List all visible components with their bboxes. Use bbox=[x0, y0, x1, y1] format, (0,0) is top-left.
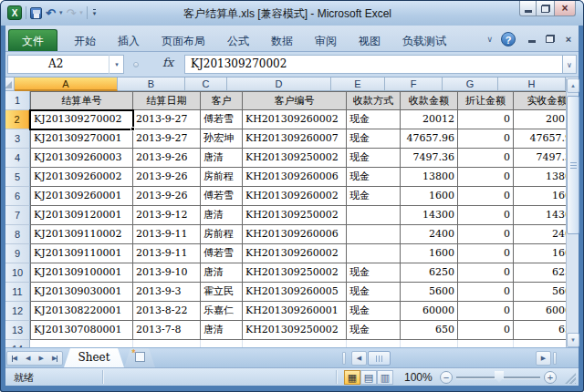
scroll-right-icon[interactable]: ▶ bbox=[536, 351, 551, 366]
cell-G11[interactable]: 0 bbox=[458, 283, 514, 302]
help-icon[interactable]: ? bbox=[501, 32, 516, 46]
cell-H8[interactable]: 2400 bbox=[514, 225, 566, 244]
cell-B14[interactable] bbox=[133, 340, 201, 347]
cell-D8[interactable]: KH201309260006 bbox=[243, 225, 347, 244]
cell-C9[interactable]: 傅若雪 bbox=[201, 244, 243, 263]
insert-function-icon[interactable]: fx bbox=[162, 56, 173, 69]
cell-D14[interactable] bbox=[243, 340, 347, 347]
cell-C14[interactable] bbox=[201, 340, 243, 347]
normal-view-icon[interactable]: ▦ bbox=[344, 370, 360, 385]
cell-B5[interactable]: 2013-9-26 bbox=[133, 168, 201, 187]
tab-page-layout[interactable]: 页面布局 bbox=[151, 31, 216, 51]
cell-G1[interactable]: 折让金额 bbox=[458, 91, 514, 110]
fill-handle[interactable] bbox=[130, 127, 135, 131]
sheet-tab[interactable]: Sheet bbox=[64, 348, 124, 367]
scroll-left-icon[interactable]: ◀ bbox=[351, 351, 367, 366]
cell-D5[interactable]: KH201309260006 bbox=[243, 168, 347, 187]
cell-H9[interactable]: 1600 bbox=[514, 244, 566, 263]
cell-B13[interactable]: 2013-7-8 bbox=[133, 321, 201, 340]
cell-E8[interactable] bbox=[347, 225, 401, 244]
horizontal-scrollbar-thumb[interactable] bbox=[368, 351, 391, 366]
row-header-7[interactable]: 7 bbox=[5, 206, 30, 225]
row-header-3[interactable]: 3 bbox=[5, 129, 30, 149]
cell-E4[interactable]: 现金 bbox=[347, 149, 401, 168]
cell-E11[interactable]: 现金 bbox=[347, 283, 401, 302]
cell-G13[interactable]: 0 bbox=[458, 321, 514, 340]
last-sheet-icon[interactable]: ▶ bbox=[52, 355, 57, 362]
scroll-up-icon[interactable]: ▲ bbox=[567, 78, 579, 93]
cell-D11[interactable]: KH201309260005 bbox=[243, 283, 347, 302]
cell-H13[interactable]: 650 bbox=[514, 321, 566, 340]
tab-data[interactable]: 数据 bbox=[260, 31, 304, 51]
cell-B4[interactable]: 2013-9-26 bbox=[133, 149, 201, 168]
row-header-1[interactable]: 1 bbox=[5, 91, 30, 110]
cell-F14[interactable] bbox=[401, 340, 458, 347]
cell-B10[interactable]: 2013-9-10 bbox=[133, 263, 201, 283]
zoom-slider-thumb[interactable] bbox=[495, 371, 504, 383]
row-header-11[interactable]: 11 bbox=[5, 283, 30, 302]
workbook-close-button[interactable]: × bbox=[562, 33, 575, 46]
cell-G7[interactable]: 0 bbox=[458, 206, 514, 225]
cell-F2[interactable]: 20012 bbox=[401, 110, 458, 129]
cell-A5[interactable]: KJ201309260002 bbox=[30, 168, 133, 187]
cell-H11[interactable]: 5600 bbox=[514, 283, 566, 302]
cell-H6[interactable]: 1600 bbox=[514, 187, 566, 206]
zoom-in-icon[interactable]: + bbox=[544, 371, 557, 384]
restore-button[interactable] bbox=[537, 1, 554, 16]
cell-A7[interactable]: KJ201309120001 bbox=[30, 206, 133, 225]
collapse-ribbon-icon[interactable]: ∨ bbox=[486, 35, 493, 44]
name-box[interactable]: A2 bbox=[7, 55, 124, 74]
cell-A4[interactable]: KJ201309260003 bbox=[30, 149, 133, 168]
vertical-scrollbar[interactable]: ▲ ▼ bbox=[566, 78, 579, 347]
cell-E10[interactable]: 现金 bbox=[347, 263, 401, 283]
cell-D12[interactable]: KH201309260001 bbox=[243, 302, 347, 321]
row-header-9[interactable]: 9 bbox=[5, 244, 30, 263]
zoom-level[interactable]: 100% bbox=[404, 371, 433, 384]
column-header-H[interactable]: H bbox=[498, 77, 566, 91]
row-header-14[interactable]: 14 bbox=[5, 340, 30, 347]
workbook-restore-button[interactable] bbox=[544, 33, 557, 46]
cell-A8[interactable]: KJ201309110002 bbox=[30, 225, 133, 244]
scrollbar-split-handle[interactable] bbox=[553, 352, 557, 365]
cell-D7[interactable]: KH201309250002 bbox=[243, 206, 347, 225]
column-header-D[interactable]: D bbox=[227, 77, 331, 91]
cell-C7[interactable]: 唐清 bbox=[201, 206, 243, 225]
cell-A14[interactable] bbox=[30, 340, 133, 347]
cell-B2[interactable]: 2013-9-27 bbox=[133, 110, 201, 129]
cell-A9[interactable]: KJ201309110001 bbox=[30, 244, 133, 263]
insert-worksheet-tab[interactable]: * bbox=[124, 348, 155, 367]
cell-F4[interactable]: 7497.36 bbox=[401, 149, 458, 168]
cell-F5[interactable]: 13800 bbox=[401, 168, 458, 187]
cell-H10[interactable]: 6250 bbox=[514, 263, 566, 283]
cell-B7[interactable]: 2013-9-12 bbox=[133, 206, 201, 225]
first-sheet-icon[interactable]: ◀ bbox=[12, 355, 17, 362]
undo-dropdown-icon[interactable]: ▾ bbox=[59, 9, 63, 16]
row-header-6[interactable]: 6 bbox=[5, 187, 30, 206]
cell-B3[interactable]: 2013-9-27 bbox=[133, 129, 201, 149]
selected-cell-outline[interactable] bbox=[29, 109, 134, 130]
cell-E5[interactable]: 现金 bbox=[347, 168, 401, 187]
cell-A1[interactable]: 结算单号 bbox=[30, 91, 133, 110]
scroll-down-icon[interactable]: ▼ bbox=[567, 333, 579, 347]
cell-G12[interactable]: 0 bbox=[458, 302, 514, 321]
formula-input[interactable]: KJ201309270002 bbox=[184, 55, 564, 74]
formula-bar-splitter[interactable]: fx bbox=[126, 55, 184, 74]
expand-formula-bar-icon[interactable]: ∨ bbox=[562, 55, 577, 74]
zoom-out-icon[interactable]: − bbox=[440, 371, 453, 384]
cell-F10[interactable]: 6250 bbox=[401, 263, 458, 283]
cell-B12[interactable]: 2013-8-22 bbox=[133, 302, 201, 321]
previous-sheet-icon[interactable]: ◀ bbox=[26, 355, 30, 362]
cell-E6[interactable]: 现金 bbox=[347, 187, 401, 206]
vertical-scrollbar-thumb[interactable] bbox=[567, 96, 579, 234]
minimize-button[interactable] bbox=[519, 1, 537, 16]
cell-F7[interactable]: 14300 bbox=[401, 206, 458, 225]
next-sheet-icon[interactable]: ▶ bbox=[39, 355, 44, 362]
cell-H4[interactable]: 7497.36 bbox=[514, 149, 566, 168]
excel-logo-icon[interactable]: X bbox=[7, 5, 22, 20]
tab-file[interactable]: 文件 bbox=[8, 29, 57, 51]
cell-D1[interactable]: 客户编号 bbox=[243, 91, 347, 110]
cell-D13[interactable]: KH201309250002 bbox=[243, 321, 347, 340]
workbook-minimize-button[interactable] bbox=[526, 33, 538, 46]
row-header-2[interactable]: 2 bbox=[5, 110, 30, 129]
cell-G2[interactable]: 0 bbox=[458, 110, 514, 129]
